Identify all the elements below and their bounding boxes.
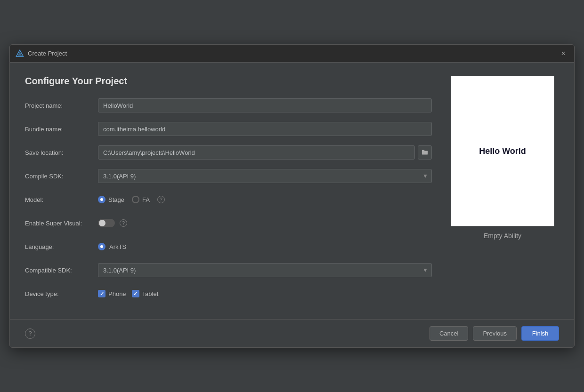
compatible-sdk-field: 3.1.0(API 9) 3.0.0(API 8) 2.0.0(API 7) ▼ — [98, 263, 432, 277]
footer-left: ? — [25, 328, 35, 339]
project-name-input[interactable] — [98, 98, 432, 112]
preview-container: Hello World — [451, 76, 554, 226]
left-panel: Configure Your Project Project name: Bun… — [25, 76, 432, 310]
project-name-field — [98, 98, 432, 112]
model-stage-label: Stage — [108, 196, 124, 203]
device-phone-label: Phone — [108, 290, 126, 297]
device-type-label: Device type: — [25, 290, 98, 297]
device-tablet-option[interactable]: Tablet — [132, 290, 159, 297]
model-label: Model: — [25, 196, 98, 203]
save-location-label: Save location: — [25, 149, 98, 156]
bundle-name-field — [98, 122, 432, 136]
language-value: ArkTS — [109, 243, 126, 250]
device-type-row: Device type: Phone Tablet — [25, 286, 432, 301]
compatible-sdk-select[interactable]: 3.1.0(API 9) 3.0.0(API 8) 2.0.0(API 7) — [98, 263, 432, 277]
super-visual-toggle[interactable] — [98, 219, 115, 227]
model-help-icon[interactable]: ? — [157, 196, 165, 203]
section-title: Configure Your Project — [25, 76, 432, 87]
compile-sdk-field: 3.1.0(API 9) 3.0.0(API 8) 2.0.0(API 7) ▼ — [98, 169, 432, 183]
app-logo-icon — [16, 49, 24, 58]
save-location-field — [98, 145, 432, 160]
compile-sdk-row: Compile SDK: 3.1.0(API 9) 3.0.0(API 8) 2… — [25, 168, 432, 184]
bundle-name-label: Bundle name: — [25, 126, 98, 133]
bundle-name-row: Bundle name: — [25, 121, 432, 136]
close-button[interactable]: × — [558, 48, 568, 59]
save-location-input[interactable] — [98, 145, 415, 160]
toggle-knob — [99, 220, 105, 226]
model-field: Stage FA ? — [98, 196, 432, 203]
device-type-field: Phone Tablet — [98, 290, 432, 297]
create-project-dialog: Create Project × Configure Your Project … — [9, 44, 575, 348]
model-row: Model: Stage FA ? — [25, 192, 432, 207]
device-tablet-label: Tablet — [142, 290, 159, 297]
dialog-footer: ? Cancel Previous Finish — [10, 319, 574, 347]
finish-button[interactable]: Finish — [521, 326, 559, 341]
right-panel: Hello World Empty Ability — [446, 76, 559, 310]
folder-icon — [422, 149, 428, 156]
compatible-sdk-row: Compatible SDK: 3.1.0(API 9) 3.0.0(API 8… — [25, 263, 432, 278]
language-field: ArkTS — [98, 243, 432, 250]
bundle-name-input[interactable] — [98, 122, 432, 136]
project-name-row: Project name: — [25, 98, 432, 113]
model-fa-radio[interactable] — [132, 196, 139, 203]
device-phone-option[interactable]: Phone — [98, 290, 126, 297]
super-visual-help-icon[interactable]: ? — [120, 219, 127, 227]
language-row: Language: ArkTS — [25, 239, 432, 254]
browse-folder-button[interactable] — [418, 145, 432, 160]
super-visual-label: Enable Super Visual: — [25, 220, 98, 227]
preview-hello-world-text: Hello World — [479, 146, 526, 156]
dialog-body: Configure Your Project Project name: Bun… — [10, 63, 574, 319]
compile-sdk-label: Compile SDK: — [25, 173, 98, 180]
model-stage-option[interactable]: Stage — [98, 196, 124, 203]
language-radio[interactable] — [98, 243, 105, 250]
super-visual-field: ? — [98, 219, 432, 227]
compile-sdk-select[interactable]: 3.1.0(API 9) 3.0.0(API 8) 2.0.0(API 7) — [98, 169, 432, 183]
device-tablet-checkbox[interactable] — [132, 290, 139, 297]
compatible-sdk-label: Compatible SDK: — [25, 267, 98, 274]
save-location-row: Save location: — [25, 145, 432, 160]
dialog-title: Create Project — [28, 50, 558, 57]
cancel-button[interactable]: Cancel — [430, 326, 468, 341]
footer-help-icon[interactable]: ? — [25, 328, 35, 339]
device-phone-checkbox[interactable] — [98, 290, 105, 297]
model-fa-option[interactable]: FA — [132, 196, 150, 203]
previous-button[interactable]: Previous — [473, 326, 517, 341]
language-label: Language: — [25, 243, 98, 250]
project-name-label: Project name: — [25, 102, 98, 109]
super-visual-row: Enable Super Visual: ? — [25, 216, 432, 231]
model-fa-label: FA — [142, 196, 150, 203]
preview-label: Empty Ability — [484, 232, 521, 240]
model-stage-radio[interactable] — [98, 196, 105, 203]
footer-right: Cancel Previous Finish — [430, 326, 559, 341]
title-bar: Create Project × — [10, 45, 574, 63]
